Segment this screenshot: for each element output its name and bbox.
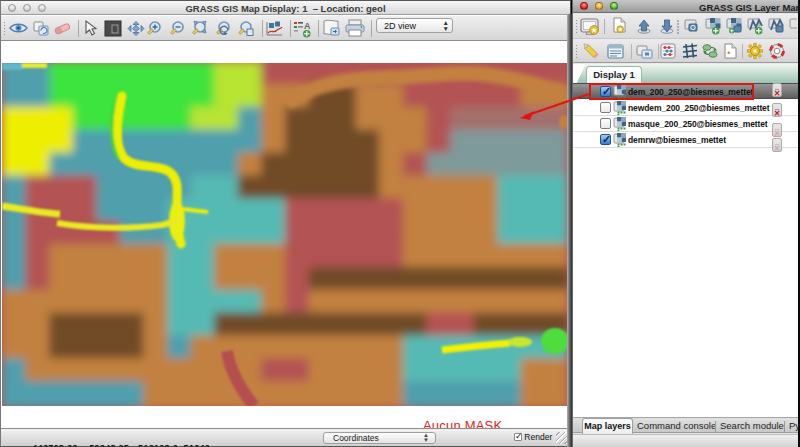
svg-text:A: A xyxy=(304,21,311,31)
